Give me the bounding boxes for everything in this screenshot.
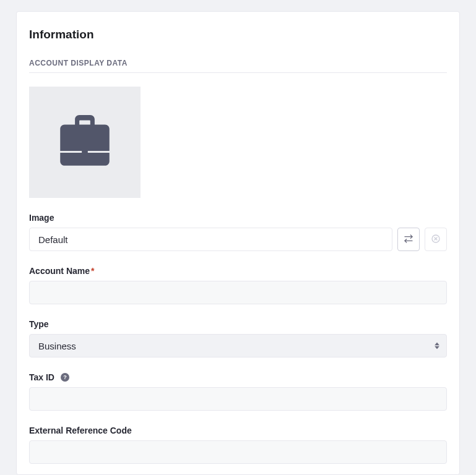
tax-id-label: Tax ID ? bbox=[29, 372, 447, 382]
panel-title: Information bbox=[29, 28, 447, 41]
help-icon[interactable]: ? bbox=[61, 373, 69, 382]
section-header: ACCOUNT DISPLAY DATA bbox=[29, 59, 447, 73]
swap-image-button[interactable] bbox=[397, 228, 420, 251]
swap-icon bbox=[404, 234, 413, 246]
type-select-wrap: Business bbox=[29, 334, 447, 357]
account-name-field-group: Account Name* bbox=[29, 266, 447, 304]
external-ref-field-group: External Reference Code bbox=[29, 426, 447, 464]
briefcase-icon bbox=[52, 108, 118, 176]
clear-image-button[interactable] bbox=[425, 228, 447, 251]
image-label: Image bbox=[29, 213, 447, 223]
type-field-group: Type Business bbox=[29, 319, 447, 357]
tax-id-input[interactable] bbox=[29, 387, 447, 411]
external-ref-input[interactable] bbox=[29, 440, 447, 464]
image-input[interactable] bbox=[29, 228, 392, 251]
image-field-group: Image bbox=[29, 213, 447, 251]
information-panel: Information ACCOUNT DISPLAY DATA Image bbox=[16, 11, 460, 475]
type-select[interactable]: Business bbox=[29, 334, 447, 357]
required-indicator: * bbox=[91, 266, 94, 276]
type-label: Type bbox=[29, 319, 447, 329]
external-ref-label: External Reference Code bbox=[29, 426, 447, 435]
close-circle-icon bbox=[431, 234, 441, 246]
image-preview bbox=[29, 87, 141, 198]
tax-id-field-group: Tax ID ? bbox=[29, 372, 447, 411]
image-input-row bbox=[29, 228, 447, 251]
account-name-label: Account Name* bbox=[29, 266, 447, 276]
account-name-input[interactable] bbox=[29, 281, 447, 304]
